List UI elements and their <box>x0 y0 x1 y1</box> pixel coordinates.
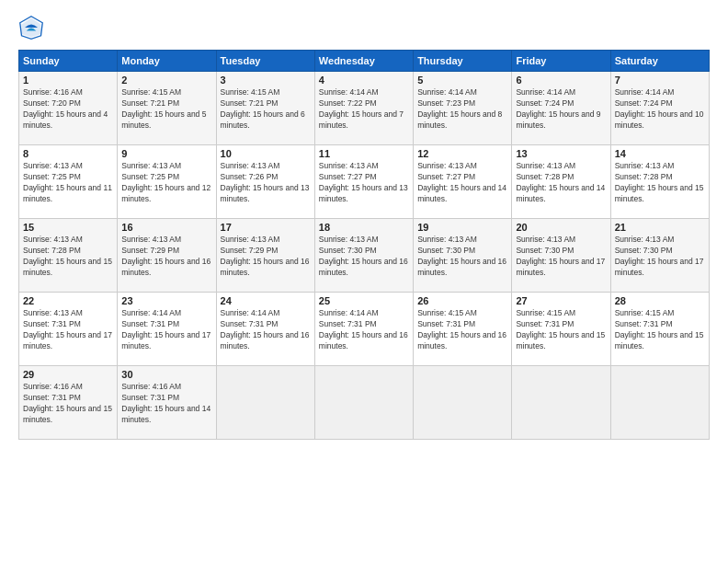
calendar-week-3: 15 Sunrise: 4:13 AM Sunset: 7:28 PM Dayl… <box>19 219 710 293</box>
calendar-cell: 10 Sunrise: 4:13 AM Sunset: 7:26 PM Dayl… <box>216 145 314 219</box>
calendar-cell <box>414 366 512 440</box>
day-info: Sunrise: 4:14 AM Sunset: 7:31 PM Dayligh… <box>319 308 409 352</box>
calendar-cell: 14 Sunrise: 4:13 AM Sunset: 7:28 PM Dayl… <box>610 145 709 219</box>
calendar-cell: 12 Sunrise: 4:13 AM Sunset: 7:27 PM Dayl… <box>414 145 512 219</box>
calendar-cell <box>216 366 314 440</box>
day-info: Sunrise: 4:13 AM Sunset: 7:30 PM Dayligh… <box>516 235 606 279</box>
calendar-cell: 21 Sunrise: 4:13 AM Sunset: 7:30 PM Dayl… <box>610 219 709 293</box>
calendar-cell: 7 Sunrise: 4:14 AM Sunset: 7:24 PM Dayli… <box>610 72 709 145</box>
day-number: 1 <box>23 75 113 86</box>
calendar-cell: 19 Sunrise: 4:13 AM Sunset: 7:30 PM Dayl… <box>414 219 512 293</box>
day-info: Sunrise: 4:13 AM Sunset: 7:30 PM Dayligh… <box>319 235 409 279</box>
day-number: 4 <box>319 75 409 86</box>
calendar-body: 1 Sunrise: 4:16 AM Sunset: 7:20 PM Dayli… <box>19 72 710 440</box>
day-number: 27 <box>516 295 606 306</box>
day-number: 30 <box>121 369 211 380</box>
calendar-cell: 24 Sunrise: 4:14 AM Sunset: 7:31 PM Dayl… <box>216 293 314 366</box>
day-number: 19 <box>417 222 507 233</box>
day-number: 11 <box>319 148 409 159</box>
day-number: 18 <box>319 222 409 233</box>
day-number: 9 <box>121 148 211 159</box>
day-info: Sunrise: 4:13 AM Sunset: 7:29 PM Dayligh… <box>221 235 311 279</box>
day-info: Sunrise: 4:13 AM Sunset: 7:29 PM Dayligh… <box>121 235 211 279</box>
calendar-week-5: 29 Sunrise: 4:16 AM Sunset: 7:31 PM Dayl… <box>19 366 710 440</box>
calendar-cell: 5 Sunrise: 4:14 AM Sunset: 7:23 PM Dayli… <box>414 72 512 145</box>
calendar-cell: 3 Sunrise: 4:15 AM Sunset: 7:21 PM Dayli… <box>216 72 314 145</box>
day-info: Sunrise: 4:13 AM Sunset: 7:30 PM Dayligh… <box>417 235 507 279</box>
calendar-cell: 17 Sunrise: 4:13 AM Sunset: 7:29 PM Dayl… <box>216 219 314 293</box>
calendar-cell: 30 Sunrise: 4:16 AM Sunset: 7:31 PM Dayl… <box>118 366 216 440</box>
day-number: 20 <box>516 222 606 233</box>
day-number: 25 <box>319 295 409 306</box>
day-number: 21 <box>615 222 705 233</box>
day-info: Sunrise: 4:13 AM Sunset: 7:28 PM Dayligh… <box>615 161 705 205</box>
day-info: Sunrise: 4:13 AM Sunset: 7:31 PM Dayligh… <box>23 308 113 352</box>
day-info: Sunrise: 4:14 AM Sunset: 7:31 PM Dayligh… <box>221 308 311 352</box>
calendar-cell: 16 Sunrise: 4:13 AM Sunset: 7:29 PM Dayl… <box>118 219 216 293</box>
calendar-cell: 22 Sunrise: 4:13 AM Sunset: 7:31 PM Dayl… <box>19 293 118 366</box>
day-info: Sunrise: 4:15 AM Sunset: 7:31 PM Dayligh… <box>516 308 606 352</box>
calendar-week-2: 8 Sunrise: 4:13 AM Sunset: 7:25 PM Dayli… <box>19 145 710 219</box>
calendar-cell: 4 Sunrise: 4:14 AM Sunset: 7:22 PM Dayli… <box>314 72 413 145</box>
day-info: Sunrise: 4:13 AM Sunset: 7:27 PM Dayligh… <box>417 161 507 205</box>
weekday-header-friday: Friday <box>512 51 610 72</box>
day-info: Sunrise: 4:16 AM Sunset: 7:31 PM Dayligh… <box>121 382 211 426</box>
calendar-cell: 9 Sunrise: 4:13 AM Sunset: 7:25 PM Dayli… <box>118 145 216 219</box>
day-number: 23 <box>121 295 211 306</box>
calendar-cell: 27 Sunrise: 4:15 AM Sunset: 7:31 PM Dayl… <box>512 293 610 366</box>
calendar-cell: 25 Sunrise: 4:14 AM Sunset: 7:31 PM Dayl… <box>314 293 413 366</box>
calendar-header: SundayMondayTuesdayWednesdayThursdayFrid… <box>19 51 710 72</box>
calendar-cell: 2 Sunrise: 4:15 AM Sunset: 7:21 PM Dayli… <box>118 72 216 145</box>
header-row: SundayMondayTuesdayWednesdayThursdayFrid… <box>19 51 710 72</box>
calendar-week-4: 22 Sunrise: 4:13 AM Sunset: 7:31 PM Dayl… <box>19 293 710 366</box>
weekday-header-wednesday: Wednesday <box>314 51 413 72</box>
day-number: 28 <box>615 295 705 306</box>
calendar-week-1: 1 Sunrise: 4:16 AM Sunset: 7:20 PM Dayli… <box>19 72 710 145</box>
day-number: 22 <box>23 295 113 306</box>
calendar-cell <box>314 366 413 440</box>
weekday-header-monday: Monday <box>118 51 216 72</box>
day-number: 26 <box>417 295 507 306</box>
day-number: 8 <box>23 148 113 159</box>
day-info: Sunrise: 4:13 AM Sunset: 7:30 PM Dayligh… <box>615 235 705 279</box>
calendar-cell: 18 Sunrise: 4:13 AM Sunset: 7:30 PM Dayl… <box>314 219 413 293</box>
day-info: Sunrise: 4:15 AM Sunset: 7:31 PM Dayligh… <box>417 308 507 352</box>
calendar-cell: 15 Sunrise: 4:13 AM Sunset: 7:28 PM Dayl… <box>19 219 118 293</box>
calendar-cell: 26 Sunrise: 4:15 AM Sunset: 7:31 PM Dayl… <box>414 293 512 366</box>
day-info: Sunrise: 4:16 AM Sunset: 7:20 PM Dayligh… <box>23 87 113 132</box>
day-number: 13 <box>516 148 606 159</box>
day-info: Sunrise: 4:14 AM Sunset: 7:24 PM Dayligh… <box>516 87 606 132</box>
day-info: Sunrise: 4:14 AM Sunset: 7:22 PM Dayligh… <box>319 87 409 132</box>
day-number: 29 <box>23 369 113 380</box>
day-number: 7 <box>615 75 705 86</box>
calendar-cell: 13 Sunrise: 4:13 AM Sunset: 7:28 PM Dayl… <box>512 145 610 219</box>
calendar-table: SundayMondayTuesdayWednesdayThursdayFrid… <box>18 50 710 440</box>
day-info: Sunrise: 4:16 AM Sunset: 7:31 PM Dayligh… <box>23 382 113 426</box>
day-info: Sunrise: 4:13 AM Sunset: 7:25 PM Dayligh… <box>121 161 211 205</box>
day-number: 16 <box>121 222 211 233</box>
day-number: 5 <box>417 75 507 86</box>
day-info: Sunrise: 4:13 AM Sunset: 7:28 PM Dayligh… <box>23 235 113 279</box>
day-number: 14 <box>615 148 705 159</box>
calendar-cell: 8 Sunrise: 4:13 AM Sunset: 7:25 PM Dayli… <box>19 145 118 219</box>
day-info: Sunrise: 4:15 AM Sunset: 7:31 PM Dayligh… <box>615 308 705 352</box>
day-info: Sunrise: 4:13 AM Sunset: 7:27 PM Dayligh… <box>319 161 409 205</box>
day-info: Sunrise: 4:15 AM Sunset: 7:21 PM Dayligh… <box>121 87 211 132</box>
day-info: Sunrise: 4:14 AM Sunset: 7:31 PM Dayligh… <box>121 308 211 352</box>
calendar-cell: 20 Sunrise: 4:13 AM Sunset: 7:30 PM Dayl… <box>512 219 610 293</box>
calendar-cell: 6 Sunrise: 4:14 AM Sunset: 7:24 PM Dayli… <box>512 72 610 145</box>
calendar-cell <box>512 366 610 440</box>
calendar-cell: 1 Sunrise: 4:16 AM Sunset: 7:20 PM Dayli… <box>19 72 118 145</box>
weekday-header-sunday: Sunday <box>19 51 118 72</box>
day-info: Sunrise: 4:15 AM Sunset: 7:21 PM Dayligh… <box>221 87 311 132</box>
weekday-header-saturday: Saturday <box>610 51 709 72</box>
day-info: Sunrise: 4:13 AM Sunset: 7:28 PM Dayligh… <box>516 161 606 205</box>
calendar-cell: 11 Sunrise: 4:13 AM Sunset: 7:27 PM Dayl… <box>314 145 413 219</box>
day-number: 24 <box>221 295 311 306</box>
weekday-header-tuesday: Tuesday <box>216 51 314 72</box>
day-info: Sunrise: 4:14 AM Sunset: 7:23 PM Dayligh… <box>417 87 507 132</box>
weekday-header-thursday: Thursday <box>414 51 512 72</box>
day-number: 2 <box>121 75 211 86</box>
calendar-cell: 23 Sunrise: 4:14 AM Sunset: 7:31 PM Dayl… <box>118 293 216 366</box>
header <box>18 15 710 40</box>
